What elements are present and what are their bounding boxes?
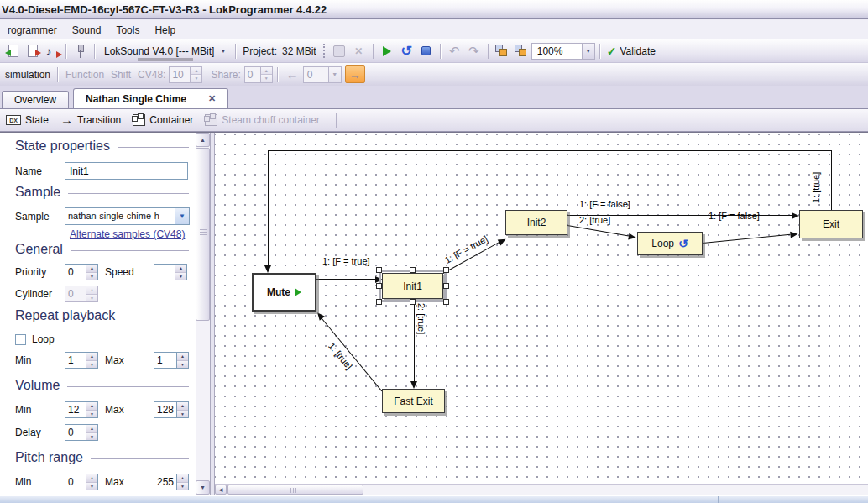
- pitch-min-spinner[interactable]: 0 ▲▼: [65, 474, 98, 490]
- cv48-spinner[interactable]: 10 ▲▼: [169, 66, 202, 83]
- edge-exit-to-mute[interactable]: [268, 150, 832, 151]
- share-spinner[interactable]: 0 ▲▼: [244, 66, 273, 83]
- spin-up-icon[interactable]: ▲: [86, 425, 97, 432]
- volume-max-spinner[interactable]: 128 ▲▼: [154, 401, 189, 418]
- speed-spinner[interactable]: ▲▼: [154, 264, 187, 280]
- menu-tools[interactable]: Tools: [108, 21, 147, 39]
- zoom-level-combo[interactable]: 100% ▼: [531, 43, 595, 60]
- edge-init1-to-fast-exit[interactable]: [414, 299, 415, 381]
- add-container-button[interactable]: Container: [133, 114, 193, 126]
- edge-exit-to-mute[interactable]: [831, 150, 832, 210]
- spin-down-icon[interactable]: ▼: [177, 482, 188, 490]
- write-to-programmer-button[interactable]: [23, 42, 42, 60]
- spin-up-icon[interactable]: ▲: [86, 474, 97, 482]
- edge-loop-to-exit[interactable]: [703, 234, 791, 244]
- spin-up-icon[interactable]: ▲: [86, 402, 97, 410]
- alternate-samples-link[interactable]: Alternate samples (CV48): [70, 228, 185, 240]
- state-node-mute[interactable]: Mute: [252, 273, 316, 312]
- repeat-max-spinner[interactable]: 1 ▲▼: [154, 352, 189, 369]
- add-steam-chuff-container-button[interactable]: Steam chuff container: [205, 114, 320, 126]
- read-from-programmer-button[interactable]: [3, 42, 23, 60]
- priority-spinner[interactable]: 0 ▲▼: [65, 264, 98, 280]
- canvas-horizontal-scrollbar[interactable]: ◄: [215, 484, 868, 495]
- scrollbar-thumb[interactable]: [227, 485, 363, 495]
- simulation-button[interactable]: simulation: [5, 69, 50, 81]
- spin-down-icon[interactable]: ▼: [191, 74, 201, 82]
- stop-button[interactable]: [416, 42, 436, 60]
- scrollbar-thumb[interactable]: [196, 148, 210, 321]
- resize-handle[interactable]: [443, 283, 449, 289]
- loop-checkbox[interactable]: [15, 334, 26, 345]
- burn-button-disabled[interactable]: [330, 42, 349, 60]
- spin-up-icon[interactable]: ▲: [86, 353, 97, 360]
- edge-init2-to-loop[interactable]: [567, 225, 629, 237]
- step-forward-button[interactable]: →: [345, 65, 365, 83]
- redo-button[interactable]: ↷: [464, 42, 484, 60]
- spin-up-icon[interactable]: ▲: [177, 353, 188, 360]
- menu-programmer[interactable]: rogrammer: [0, 21, 65, 39]
- spin-down-icon[interactable]: ▼: [261, 74, 272, 82]
- state-node-fast-exit[interactable]: Fast Exit: [382, 389, 445, 413]
- zoom-out-button[interactable]: [512, 42, 531, 60]
- add-transition-button[interactable]: → Transition: [60, 114, 121, 126]
- state-node-init2[interactable]: Init2: [505, 210, 567, 235]
- cylinder-spinner[interactable]: 0 ▲▼: [65, 286, 98, 302]
- spin-up-icon[interactable]: ▲: [177, 402, 188, 410]
- step-back-button[interactable]: ←: [282, 67, 303, 81]
- zoom-in-button[interactable]: [493, 42, 512, 60]
- step-value-dropdown[interactable]: 0 ▼: [303, 66, 342, 83]
- spin-down-icon[interactable]: ▼: [86, 410, 97, 418]
- scroll-up-icon[interactable]: ▲: [196, 133, 210, 147]
- spin-up-icon[interactable]: ▲: [261, 67, 272, 75]
- scroll-down-icon[interactable]: ▼: [196, 480, 210, 495]
- delay-spinner[interactable]: 0 ▲▼: [65, 424, 98, 441]
- tab-close-icon[interactable]: ✕: [208, 93, 216, 104]
- resize-handle[interactable]: [443, 299, 449, 305]
- programmer-connection-button[interactable]: [71, 42, 90, 60]
- toolbar-grip[interactable]: [323, 44, 326, 58]
- state-node-exit[interactable]: Exit: [799, 210, 863, 238]
- panel-scrollbar[interactable]: ▲ ▼: [196, 133, 210, 495]
- decoder-type-dropdown[interactable]: LokSound V4.0 [--- MBit] ▼: [99, 44, 231, 59]
- spin-down-icon[interactable]: ▼: [86, 294, 97, 302]
- edge-fast-exit-to-mute[interactable]: [322, 318, 382, 391]
- repeat-min-spinner[interactable]: 1 ▲▼: [65, 352, 98, 369]
- validate-button[interactable]: ✓ Validate: [604, 42, 658, 60]
- loop-playback-button[interactable]: ↺: [397, 42, 416, 60]
- spin-up-icon[interactable]: ▲: [191, 67, 201, 75]
- scroll-left-icon[interactable]: ◄: [215, 485, 227, 495]
- tab-nathan-single-chime[interactable]: Nathan Single Chime ✕: [73, 88, 228, 108]
- resize-handle[interactable]: [410, 267, 416, 273]
- chevron-down-icon[interactable]: ▼: [175, 208, 189, 224]
- menu-sound[interactable]: Sound: [65, 21, 109, 39]
- spin-up-icon[interactable]: ▲: [86, 265, 97, 272]
- name-field[interactable]: [65, 162, 188, 180]
- state-diagram-canvas[interactable]: 1: [true] 1: [F = true] 1: [F = true] 2:…: [215, 133, 868, 484]
- spin-down-icon[interactable]: ▼: [86, 482, 97, 490]
- spin-down-icon[interactable]: ▼: [177, 410, 188, 418]
- volume-min-spinner[interactable]: 12 ▲▼: [65, 401, 98, 418]
- delete-button-disabled[interactable]: ✕: [349, 42, 369, 60]
- state-node-init1-selected[interactable]: Init1: [382, 273, 443, 299]
- edge-mute-to-init1[interactable]: [316, 279, 375, 280]
- spin-down-icon[interactable]: ▼: [86, 360, 97, 369]
- spin-up-icon[interactable]: ▲: [86, 286, 97, 294]
- resize-handle[interactable]: [376, 299, 382, 305]
- spin-up-icon[interactable]: ▲: [175, 265, 186, 272]
- resize-handle[interactable]: [376, 283, 382, 289]
- spin-down-icon[interactable]: ▼: [86, 432, 97, 441]
- sample-dropdown[interactable]: nathan-single-chime-h ▼: [65, 207, 190, 225]
- undo-button[interactable]: ↶: [445, 42, 464, 60]
- chevron-down-icon[interactable]: ▼: [328, 67, 341, 82]
- edge-exit-to-mute[interactable]: [268, 150, 269, 265]
- pitch-max-spinner[interactable]: 255 ▲▼: [154, 474, 189, 490]
- resize-handle[interactable]: [376, 267, 382, 273]
- spin-down-icon[interactable]: ▼: [86, 272, 97, 280]
- add-state-button[interactable]: DX State: [6, 114, 49, 126]
- chevron-down-icon[interactable]: ▼: [582, 44, 594, 59]
- write-sound-button[interactable]: ♪: [42, 42, 61, 60]
- tab-overview[interactable]: Overview: [2, 91, 69, 108]
- state-node-loop[interactable]: Loop ↺: [637, 232, 703, 255]
- play-button[interactable]: [378, 42, 397, 60]
- spin-down-icon[interactable]: ▼: [177, 360, 188, 369]
